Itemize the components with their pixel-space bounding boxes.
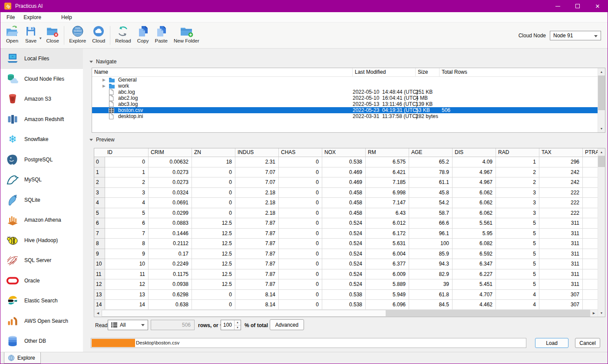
preview-cell[interactable]: 0.458 (322, 208, 366, 219)
row-index[interactable]: 13 (94, 290, 105, 300)
sidebar-item-sqlite[interactable]: SQLite (0, 190, 83, 210)
preview-cell[interactable]: 0.524 (322, 259, 366, 269)
file-tree-row-general[interactable]: ▶General (92, 77, 598, 83)
preview-cell[interactable]: 311 (539, 269, 583, 280)
navigate-column-header-size[interactable]: Size (416, 68, 439, 76)
preview-cell[interactable]: 6.004 (366, 249, 409, 259)
preview-cell[interactable] (583, 157, 598, 167)
scroll-up-icon[interactable]: ▲ (598, 148, 605, 156)
preview-cell[interactable]: 242 (539, 177, 583, 188)
menu-item-help[interactable]: Help (57, 12, 76, 22)
preview-cell[interactable]: 6.062 (453, 188, 496, 198)
preview-cell[interactable]: 2.18 (235, 198, 279, 208)
preview-cell[interactable]: 2 (496, 177, 539, 188)
preview-cell[interactable]: 18 (192, 157, 235, 167)
preview-cell[interactable]: 6.227 (453, 269, 496, 280)
preview-cell[interactable]: 0.538 (322, 290, 366, 300)
preview-cell[interactable]: 0.0938 (149, 279, 192, 290)
scrollbar-thumb[interactable] (102, 310, 386, 317)
row-index[interactable]: 4 (94, 198, 105, 208)
preview-cell[interactable]: 12 (105, 279, 149, 290)
preview-cell[interactable]: 0.524 (322, 218, 366, 229)
preview-cell[interactable]: 0 (192, 167, 235, 178)
file-tree-row-desktop-ini[interactable]: desktop.ini2022-03-31 11:37:58 (UTC)282 … (92, 113, 598, 119)
preview-cell[interactable]: 61.8 (409, 290, 453, 300)
paste-button[interactable]: Paste (152, 23, 171, 48)
preview-cell[interactable]: 222 (539, 188, 583, 198)
preview-cell[interactable]: 0.538 (322, 157, 366, 167)
preview-cell[interactable]: 12.5 (192, 218, 235, 229)
preview-vertical-scrollbar[interactable]: ▲ ▼ (598, 148, 605, 317)
save-dropdown-icon[interactable]: ▼ (39, 36, 42, 40)
preview-column-header-dis[interactable]: DIS (453, 148, 496, 157)
preview-column-header-zn[interactable]: ZN (192, 148, 235, 157)
preview-cell[interactable] (583, 167, 598, 178)
scroll-up-icon[interactable]: ▲ (598, 68, 605, 75)
preview-cell[interactable]: 307 (539, 300, 583, 309)
preview-cell[interactable]: 0.538 (322, 300, 366, 309)
preview-cell[interactable]: 0.458 (322, 188, 366, 198)
preview-cell[interactable]: 0 (105, 157, 149, 167)
preview-cell[interactable]: 6.592 (453, 249, 496, 259)
preview-cell[interactable]: 0 (279, 229, 322, 239)
preview-cell[interactable]: 11 (105, 269, 149, 280)
preview-cell[interactable]: 84.5 (409, 300, 453, 309)
preview-cell[interactable]: 6.062 (453, 198, 496, 208)
preview-cell[interactable] (583, 269, 598, 280)
file-tree-row-abc3-log[interactable]: abc3.log2022-05-13 13:11:46 (UTC)139 KB (92, 101, 598, 107)
preview-cell[interactable]: 5.451 (453, 279, 496, 290)
preview-cell[interactable]: 0.1175 (149, 269, 192, 280)
preview-cell[interactable] (583, 249, 598, 259)
preview-horizontal-scrollbar[interactable]: ◀ ▶ (94, 309, 598, 317)
preview-cell[interactable]: 5.889 (366, 279, 409, 290)
preview-column-header-indus[interactable]: INDUS (235, 148, 279, 157)
preview-cell[interactable]: 58.7 (409, 208, 453, 219)
file-tree-row-work[interactable]: ▶work (92, 83, 598, 89)
preview-cell[interactable]: 2.31 (235, 157, 279, 167)
preview-cell[interactable]: 12.5 (192, 229, 235, 239)
preview-cell[interactable]: 311 (539, 218, 583, 229)
sidebar-item-amazon-athena[interactable]: Amazon Athena (0, 210, 83, 230)
preview-cell[interactable]: 0 (192, 177, 235, 188)
preview-cell[interactable]: 6 (105, 218, 149, 229)
cancel-button[interactable]: Cancel (575, 338, 600, 348)
close-button[interactable]: Close (43, 23, 62, 48)
preview-cell[interactable]: 0 (279, 218, 322, 229)
preview-cell[interactable]: 8.14 (235, 290, 279, 300)
preview-column-header-rad[interactable]: RAD (496, 148, 539, 157)
row-index[interactable]: 2 (94, 177, 105, 188)
preview-cell[interactable]: 0 (279, 300, 322, 309)
new-folder-button[interactable]: New Folder (171, 23, 202, 48)
preview-cell[interactable]: 65.2 (409, 157, 453, 167)
preview-cell[interactable]: 242 (539, 167, 583, 178)
preview-cell[interactable]: 6.575 (366, 157, 409, 167)
preview-cell[interactable]: 4.707 (453, 290, 496, 300)
preview-cell[interactable]: 0 (279, 259, 322, 269)
preview-cell[interactable]: 0.00632 (149, 157, 192, 167)
menu-item-file[interactable]: File (2, 12, 19, 22)
preview-cell[interactable] (583, 198, 598, 208)
spin-up-icon[interactable]: ▲ (235, 320, 241, 325)
row-count-input[interactable]: 506 (151, 320, 195, 330)
preview-column-header-rm[interactable]: RM (366, 148, 409, 157)
preview-cell[interactable]: 8.14 (235, 300, 279, 309)
preview-cell[interactable]: 5.561 (453, 218, 496, 229)
preview-cell[interactable]: 61.1 (409, 177, 453, 188)
navigate-vertical-scrollbar[interactable]: ▲ ▼ (598, 68, 605, 132)
preview-cell[interactable]: 311 (539, 279, 583, 290)
preview-cell[interactable]: 6.082 (453, 239, 496, 249)
preview-cell[interactable]: 2.18 (235, 208, 279, 219)
preview-column-header-tax[interactable]: TAX (539, 148, 583, 157)
preview-cell[interactable]: 0.2249 (149, 259, 192, 269)
preview-cell[interactable]: 9 (105, 249, 149, 259)
navigate-column-header-name[interactable]: Name (92, 68, 353, 76)
preview-cell[interactable]: 0 (279, 208, 322, 219)
preview-cell[interactable]: 2.18 (235, 188, 279, 198)
preview-cell[interactable]: 66.6 (409, 218, 453, 229)
row-index[interactable]: 1 (94, 167, 105, 178)
preview-cell[interactable]: 0.0273 (149, 167, 192, 178)
row-index[interactable]: 8 (94, 239, 105, 249)
preview-cell[interactable]: 4 (496, 300, 539, 309)
preview-cell[interactable]: 4.967 (453, 177, 496, 188)
preview-cell[interactable]: 0 (279, 157, 322, 167)
